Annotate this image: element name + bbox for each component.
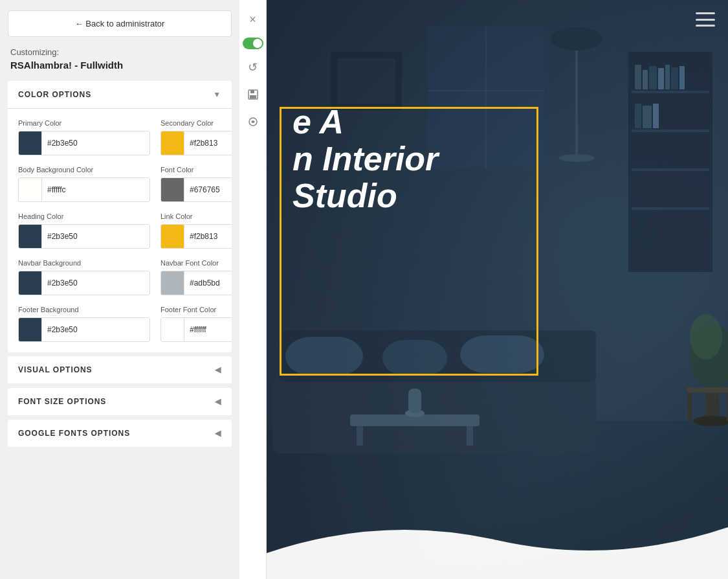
navbar-font-swatch[interactable] — [161, 271, 184, 295]
link-color-text[interactable] — [184, 225, 232, 248]
secondary-color-swatch[interactable] — [161, 131, 184, 155]
footer-font-field: Footer Font Color — [160, 306, 232, 342]
primary-color-field: Primary Color — [18, 119, 150, 155]
customizing-label: Customizing: — [0, 47, 239, 60]
font-color-text[interactable] — [184, 178, 232, 201]
heading-color-text[interactable] — [42, 225, 149, 248]
toggle-icon[interactable] — [243, 38, 263, 49]
secondary-color-label: Secondary Color — [160, 119, 232, 127]
close-button[interactable]: × — [241, 8, 265, 31]
hamburger-menu-button[interactable] — [696, 12, 715, 27]
svg-rect-12 — [643, 70, 648, 89]
font-size-options-header[interactable]: FONT SIZE OPTIONS ◀ — [8, 388, 232, 416]
toggle-switch[interactable] — [243, 38, 263, 49]
svg-rect-17 — [679, 66, 685, 89]
svg-rect-1 — [250, 90, 254, 93]
color-grid: Primary Color Secondary Color — [18, 119, 221, 342]
visual-options-header[interactable]: VISUAL OPTIONS ◀ — [8, 356, 232, 384]
footer-bg-input[interactable] — [18, 317, 150, 342]
navbar-font-input[interactable] — [160, 271, 232, 295]
save-button[interactable] — [241, 83, 265, 106]
font-color-swatch[interactable] — [161, 178, 184, 201]
primary-color-text[interactable] — [42, 131, 149, 155]
font-color-input[interactable] — [160, 177, 232, 202]
svg-rect-15 — [665, 65, 670, 89]
font-size-options-accordion: FONT SIZE OPTIONS ◀ — [8, 388, 232, 416]
navbar-bg-input[interactable] — [18, 271, 150, 295]
font-size-options-chevron: ◀ — [215, 397, 221, 406]
navbar-bg-field: Navbar Background — [18, 259, 150, 295]
footer-bg-label: Footer Background — [18, 306, 150, 313]
heading-color-input[interactable] — [18, 224, 150, 249]
back-to-admin-button[interactable]: ← Back to administrator — [8, 10, 232, 37]
heading-color-field: Heading Color — [18, 212, 150, 249]
primary-color-input[interactable] — [18, 131, 150, 155]
hamburger-line-2 — [696, 19, 715, 21]
footer-font-text[interactable] — [184, 318, 232, 341]
google-fonts-options-header[interactable]: GOOGLE FONTS OPTIONS ◀ — [8, 420, 232, 448]
svg-rect-11 — [635, 65, 641, 89]
save-icon — [247, 89, 259, 100]
paint-button[interactable] — [241, 110, 265, 133]
navbar-bg-label: Navbar Background — [18, 259, 150, 267]
undo-button[interactable]: ↺ — [241, 56, 265, 79]
body-bg-swatch[interactable] — [19, 178, 42, 201]
link-color-field: Link Color — [160, 212, 232, 249]
color-options-label: COLOR OPTIONS — [18, 90, 91, 99]
footer-font-label: Footer Font Color — [160, 306, 232, 313]
svg-rect-42 — [337, 58, 395, 104]
link-color-swatch[interactable] — [161, 225, 184, 248]
visual-options-chevron: ◀ — [215, 365, 221, 374]
svg-rect-27 — [382, 340, 447, 376]
svg-rect-16 — [671, 67, 678, 89]
font-size-options-label: FONT SIZE OPTIONS — [18, 397, 106, 406]
link-color-label: Link Color — [160, 212, 232, 220]
color-options-body: Primary Color Secondary Color — [8, 109, 232, 352]
footer-bg-field: Footer Background — [18, 306, 150, 342]
secondary-color-field: Secondary Color — [160, 119, 232, 155]
body-bg-field: Body Background Color — [18, 166, 150, 202]
secondary-color-input[interactable] — [160, 131, 232, 155]
hamburger-line-3 — [696, 25, 715, 27]
body-bg-label: Body Background Color — [18, 166, 150, 174]
svg-rect-2 — [250, 95, 256, 98]
visual-options-accordion: VISUAL OPTIONS ◀ — [8, 356, 232, 384]
back-button-label: ← Back to administrator — [75, 19, 165, 28]
svg-point-35 — [690, 314, 722, 359]
site-navbar — [267, 0, 728, 39]
footer-bg-swatch[interactable] — [19, 318, 42, 341]
primary-color-swatch[interactable] — [19, 131, 42, 155]
google-fonts-options-label: GOOGLE FONTS OPTIONS — [18, 429, 130, 438]
body-bg-text[interactable] — [42, 178, 149, 201]
navbar-bg-swatch[interactable] — [19, 271, 42, 295]
font-color-field: Font Color — [160, 166, 232, 202]
navbar-font-field: Navbar Font Color — [160, 259, 232, 295]
hero-line-1: e A — [292, 104, 438, 141]
body-bg-input[interactable] — [18, 177, 150, 202]
navbar-bg-text[interactable] — [42, 271, 149, 295]
navbar-font-text[interactable] — [184, 271, 232, 295]
heading-color-swatch[interactable] — [19, 225, 42, 248]
navbar-font-label: Navbar Font Color — [160, 259, 232, 267]
visual-options-label: VISUAL OPTIONS — [18, 365, 93, 374]
footer-bg-text[interactable] — [42, 318, 149, 341]
main-preview: e A n Interior Studio — [267, 0, 728, 579]
link-color-input[interactable] — [160, 224, 232, 249]
svg-rect-10 — [632, 207, 709, 210]
footer-font-input[interactable] — [160, 317, 232, 342]
wave-bottom — [267, 514, 728, 579]
hamburger-line-1 — [696, 12, 715, 14]
customizer-sidebar: ← Back to administrator Customizing: RSA… — [0, 0, 239, 579]
hero-line-2: n Interior — [292, 141, 438, 177]
color-options-chevron: ▼ — [213, 90, 221, 99]
svg-rect-28 — [460, 335, 544, 373]
secondary-color-text[interactable] — [184, 131, 232, 155]
footer-font-swatch[interactable] — [161, 318, 184, 341]
svg-rect-8 — [632, 130, 709, 132]
color-options-header[interactable]: COLOR OPTIONS ▼ — [8, 81, 232, 109]
hero-line-3: Studio — [292, 177, 438, 214]
svg-rect-18 — [635, 104, 641, 128]
font-color-label: Font Color — [160, 166, 232, 174]
google-fonts-options-accordion: GOOGLE FONTS OPTIONS ◀ — [8, 420, 232, 448]
google-fonts-options-chevron: ◀ — [215, 429, 221, 438]
